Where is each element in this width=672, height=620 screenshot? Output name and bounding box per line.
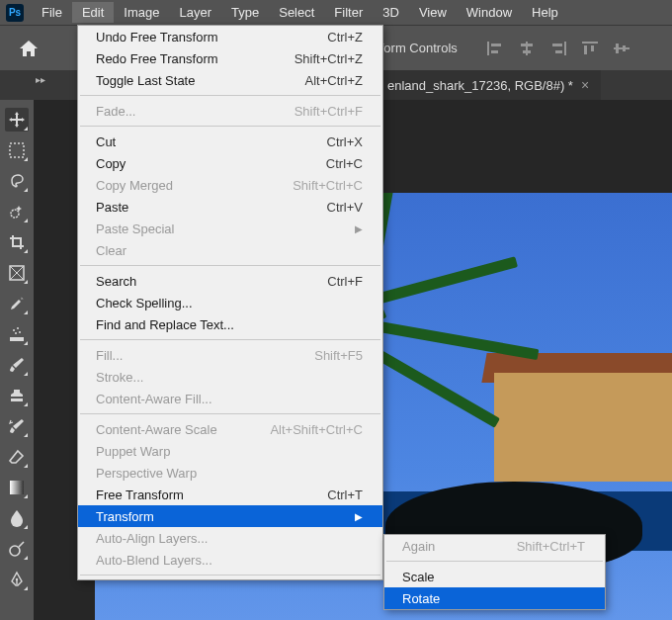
- edit-menu-search[interactable]: SearchCtrl+F: [78, 270, 382, 292]
- menu-item-label: Transform: [96, 509, 154, 524]
- clone-stamp-tool[interactable]: [5, 384, 29, 407]
- svg-point-20: [17, 327, 19, 329]
- menu-item-label: Cut: [96, 134, 116, 149]
- edit-menu-toggle-last-state[interactable]: Toggle Last StateAlt+Ctrl+Z: [78, 69, 382, 91]
- align-right-icon[interactable]: [545, 37, 572, 60]
- edit-menu-free-transform[interactable]: Free TransformCtrl+T: [78, 484, 382, 505]
- edit-menu-separator: [80, 575, 380, 576]
- align-center-v-icon[interactable]: [608, 37, 635, 60]
- gradient-tool[interactable]: [5, 476, 29, 499]
- pen-tool[interactable]: [5, 568, 29, 591]
- menu-view[interactable]: View: [409, 2, 457, 23]
- edit-menu-find-and-replace-text[interactable]: Find and Replace Text...: [78, 313, 382, 335]
- edit-menu-check-spelling[interactable]: Check Spelling...: [78, 292, 382, 313]
- edit-menu-fill: Fill...Shift+F5: [78, 344, 382, 366]
- lasso-tool[interactable]: [5, 169, 29, 193]
- panel-expander-icon[interactable]: ▸▸: [36, 74, 45, 85]
- align-left-icon[interactable]: [481, 37, 509, 60]
- menu-type[interactable]: Type: [221, 2, 269, 23]
- svg-point-24: [10, 546, 20, 556]
- menu-file[interactable]: File: [32, 2, 72, 23]
- menu-item-label: Scale: [402, 570, 435, 584]
- svg-point-16: [11, 210, 19, 218]
- svg-rect-18: [10, 337, 24, 341]
- menu-item-label: Perspective Warp: [96, 466, 197, 481]
- history-brush-tool[interactable]: [5, 414, 29, 438]
- align-center-h-icon[interactable]: [513, 37, 541, 60]
- menu-layer[interactable]: Layer: [170, 2, 222, 23]
- menu-3d[interactable]: 3D: [373, 2, 409, 23]
- edit-menu-copy[interactable]: CopyCtrl+C: [78, 152, 382, 174]
- edit-menu-auto-blend-layers: Auto-Blend Layers...: [78, 549, 382, 571]
- svg-rect-8: [555, 50, 562, 53]
- menu-item-label: Clear: [96, 243, 126, 258]
- svg-rect-4: [521, 44, 533, 46]
- svg-rect-14: [623, 45, 626, 51]
- menu-window[interactable]: Window: [457, 2, 522, 23]
- menu-item-label: Stroke...: [96, 370, 143, 385]
- menu-item-label: Content-Aware Fill...: [96, 392, 212, 406]
- home-button[interactable]: [14, 34, 43, 63]
- align-top-icon[interactable]: [576, 37, 604, 60]
- menu-item-label: Redo Free Transform: [96, 51, 218, 66]
- menu-image[interactable]: Image: [114, 2, 169, 23]
- menu-item-label: Fade...: [96, 104, 135, 119]
- menu-help[interactable]: Help: [522, 2, 568, 23]
- transform-submenu-separator: [386, 561, 603, 562]
- submenu-arrow-icon: ▶: [355, 511, 363, 522]
- dodge-tool[interactable]: [5, 537, 29, 561]
- crop-tool[interactable]: [5, 230, 29, 254]
- menu-item-shortcut: Ctrl+F: [327, 274, 363, 289]
- document-tab-title: enland_shark_17236, RGB/8#) *: [387, 78, 573, 93]
- menu-item-label: Puppet Warp: [96, 444, 170, 459]
- menu-item-label: Undo Free Transform: [96, 30, 218, 44]
- edit-menu-copy-merged: Copy MergedShift+Ctrl+C: [78, 174, 382, 196]
- move-tool[interactable]: [5, 108, 29, 132]
- menu-select[interactable]: Select: [269, 2, 324, 23]
- menu-item-shortcut: Shift+Ctrl+C: [293, 178, 363, 193]
- menu-item-shortcut: Ctrl+V: [327, 200, 363, 215]
- edit-menu-redo-free-transform[interactable]: Redo Free TransformShift+Ctrl+Z: [78, 47, 382, 69]
- edit-menu-paste[interactable]: PasteCtrl+V: [78, 196, 382, 218]
- eyedropper-tool[interactable]: [5, 292, 29, 315]
- healing-brush-tool[interactable]: [5, 322, 29, 346]
- menu-item-shortcut: Shift+Ctrl+F: [294, 104, 363, 119]
- edit-menu-transform[interactable]: Transform▶: [78, 505, 382, 527]
- edit-menu-stroke: Stroke...: [78, 366, 382, 388]
- menu-edit[interactable]: Edit: [72, 2, 114, 23]
- svg-rect-2: [491, 50, 498, 53]
- svg-rect-13: [616, 44, 619, 53]
- svg-rect-11: [591, 45, 594, 51]
- menu-item-label: Fill...: [96, 348, 123, 363]
- brush-tool[interactable]: [5, 353, 29, 377]
- transform-submenu-scale[interactable]: Scale: [384, 566, 605, 587]
- edit-menu-cut[interactable]: CutCtrl+X: [78, 131, 382, 152]
- edit-menu-separator: [80, 265, 380, 266]
- transform-submenu-rotate[interactable]: Rotate: [384, 587, 605, 609]
- edit-menu-separator: [80, 413, 380, 414]
- menu-item-shortcut: Ctrl+Z: [327, 30, 363, 44]
- edit-menu-dropdown: Undo Free TransformCtrl+ZRedo Free Trans…: [77, 25, 383, 580]
- document-tab[interactable]: enland_shark_17236, RGB/8#) * ×: [376, 70, 601, 100]
- edit-menu-separator: [80, 126, 380, 127]
- eraser-tool[interactable]: [5, 445, 29, 469]
- svg-rect-6: [564, 42, 566, 55]
- close-icon[interactable]: ×: [581, 77, 589, 93]
- menu-filter[interactable]: Filter: [324, 2, 373, 23]
- svg-point-22: [15, 332, 17, 334]
- frame-tool[interactable]: [5, 261, 29, 285]
- svg-rect-0: [487, 42, 489, 55]
- edit-menu-content-aware-scale: Content-Aware ScaleAlt+Shift+Ctrl+C: [78, 418, 382, 440]
- marquee-tool[interactable]: [5, 138, 29, 162]
- blur-tool[interactable]: [5, 506, 29, 530]
- svg-rect-23: [10, 481, 24, 494]
- quick-selection-tool[interactable]: [5, 200, 29, 223]
- svg-rect-5: [523, 50, 531, 53]
- edit-menu-puppet-warp: Puppet Warp: [78, 440, 382, 462]
- edit-menu-undo-free-transform[interactable]: Undo Free TransformCtrl+Z: [78, 26, 382, 47]
- menubar: Ps FileEditImageLayerTypeSelectFilter3DV…: [0, 0, 672, 25]
- transform-submenu-again: AgainShift+Ctrl+T: [384, 535, 605, 557]
- svg-rect-15: [10, 143, 24, 157]
- menu-item-label: Auto-Blend Layers...: [96, 553, 212, 568]
- menu-item-shortcut: Shift+Ctrl+T: [517, 539, 585, 554]
